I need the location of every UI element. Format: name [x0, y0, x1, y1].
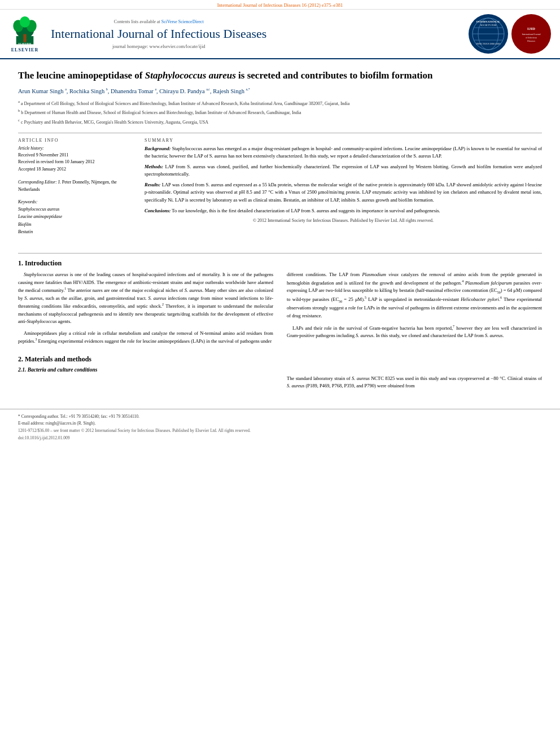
intro-italic-organism: Staphylococcus aureus	[24, 272, 68, 277]
bacteria-title: Bacteria and culture conditions	[28, 367, 98, 373]
elsevier-text: ELSEVIER	[11, 47, 38, 53]
background-text: Staphylococcus aureus has emerged as a m…	[145, 146, 542, 159]
intro-sa-3: S. aureus	[148, 295, 167, 301]
intro-para-3: different conditions. The LAP from Plasm…	[287, 271, 542, 320]
affiliation-b: b b Department of Human Health and Disea…	[18, 108, 542, 116]
summary-background: Background: Staphylococcus aureus has em…	[145, 145, 542, 160]
title-text-after: is secreted and contributes to biofilm f…	[236, 70, 433, 81]
sciverse-link[interactable]: SciVerse ScienceDirect	[161, 19, 204, 24]
intro-pf: Plasmodium falciparum	[465, 279, 512, 285]
intro-pv: Plasmodium vivax	[362, 272, 399, 277]
methods-para-1: The standard laboratory strain of S. aur…	[287, 375, 542, 390]
title-text-before: The leucine aminopeptidase of	[18, 70, 145, 81]
journal-title-block: Contents lists available at SciVerse Sci…	[51, 19, 266, 49]
body-content: 1. Introduction Staphylococcus aureus is…	[0, 259, 560, 403]
authors-line: Arun Kumar Singh a, Rochika Singh b, Dha…	[18, 88, 542, 94]
methods-sa-1: S. aureus	[352, 375, 370, 381]
intro-sa-5: S. aureus	[485, 333, 502, 338]
methods-col-left	[18, 375, 273, 394]
doi-text: doi:10.1016/j.ijid.2012.01.009	[18, 435, 69, 440]
page-wrapper: International Journal of Infectious Dise…	[0, 0, 560, 747]
svg-text:INFECTIOUS DISEASES: INFECTIOUS DISEASES	[476, 42, 500, 45]
journal-name: International Journal of Infectious Dise…	[51, 27, 266, 41]
summary-methods: Methods: LAP from S. aureus was cloned, …	[145, 163, 542, 178]
svg-rect-5	[23, 34, 26, 42]
svg-text:International Journal: International Journal	[522, 33, 541, 36]
svg-text:INTERNATIONAL: INTERNATIONAL	[476, 20, 501, 23]
methods-heading: 2. Materials and methods	[18, 355, 542, 364]
methods-label: Methods:	[145, 164, 163, 169]
affiliation-c: c c Psychiatry and Health Behavior, MCG,…	[18, 117, 542, 126]
elsevier-tree-icon: ELSEVIER	[10, 16, 40, 46]
issn-text: 1201-9712/$36.00 – see front matter © 20…	[18, 428, 251, 433]
divider	[18, 133, 542, 133]
ijid-logo: IJID International Journal of Infectious…	[511, 14, 551, 54]
conclusions-text: To our knowledge, this is the first deta…	[172, 208, 440, 213]
intro-number: 1.	[18, 259, 23, 267]
copyright-line: © 2012 International Society for Infecti…	[145, 218, 542, 223]
bacteria-number: 2.1.	[18, 367, 26, 373]
svg-text:IJID: IJID	[527, 27, 535, 31]
page-footer: * Corresponding author. Tel.: +91 79 305…	[0, 409, 560, 443]
results-label: Results:	[145, 182, 160, 187]
summary-column: SUMMARY Background: Staphylococcus aureu…	[145, 138, 542, 236]
issn-line: 1201-9712/$36.00 – see front matter © 20…	[18, 428, 542, 433]
accepted-date: Accepted 18 January 2012	[18, 166, 131, 173]
intro-heading: 1. Introduction	[18, 259, 542, 268]
intro-sa-2: S. aureus	[24, 295, 42, 301]
svg-text:ELSEVIER: ELSEVIER	[19, 42, 32, 45]
footnote-2: E-mail address: rsingh@iiar.res.in (R. S…	[18, 421, 542, 426]
methods-two-col: The standard laboratory strain of S. aur…	[18, 375, 542, 394]
keyword-2: Leucine aminopeptidase	[18, 213, 131, 221]
keyword-3: Biofilm	[18, 221, 131, 229]
results-text: LAP was cloned from S. aureus and expres…	[145, 182, 542, 202]
methods-number: 2.	[18, 355, 23, 363]
svg-text:of Infectious: of Infectious	[526, 36, 537, 39]
background-label: Background:	[145, 146, 170, 151]
received-revised-date: Received in revised form 10 January 2012	[18, 159, 131, 166]
journal-header-right: INTERNATIONAL SOCIETY FOR INFECTIOUS DIS…	[469, 14, 551, 54]
intro-para-1: Staphylococcus aureus is one of the lead…	[18, 271, 273, 326]
intro-two-col: Staphylococcus aureus is one of the lead…	[18, 271, 542, 350]
journal-homepage: journal homepage: www.elsevier.com/locat…	[112, 43, 205, 49]
keywords-label: Keywords:	[18, 199, 131, 204]
isid-logo: INTERNATIONAL SOCIETY FOR INFECTIOUS DIS…	[469, 14, 508, 54]
affiliation-a: a a Department of Cell Biology, School o…	[18, 99, 542, 107]
title-italic: Staphylococcus aureus	[145, 70, 236, 81]
intro-title: Introduction	[25, 259, 62, 267]
corresponding-editor: Corresponding Editor: J. Peter Donnelly,…	[18, 179, 131, 194]
methods-text: LAP from S. aureus was cloned, purified,…	[145, 164, 542, 177]
methods-sa-2: S. aureus	[287, 383, 304, 388]
keyword-1: Staphylococcus aureus	[18, 206, 131, 213]
intro-sa-1: S. aureus	[185, 287, 203, 293]
content-divider	[18, 253, 542, 254]
journal-header: ELSEVIER ELSEVIER Contents lists availab…	[0, 10, 560, 59]
svg-text:Diseases: Diseases	[527, 40, 535, 42]
summary-conclusions: Conclusions: To our knowledge, this is t…	[145, 207, 542, 215]
svg-point-4	[20, 16, 30, 27]
received-date: Received 9 November 2011	[18, 152, 131, 159]
intro-sa-4: S. aureus	[356, 333, 373, 338]
intro-staph-1: Staphylococcus	[27, 318, 57, 324]
ijid-logo-icon: IJID International Journal of Infectious…	[515, 18, 548, 50]
doi-line: doi:10.1016/j.ijid.2012.01.009	[18, 435, 542, 440]
article-info-summary-section: ARTICLE INFO Article history: Received 9…	[18, 138, 542, 236]
journal-citation-bar: International Journal of Infectious Dise…	[0, 0, 560, 10]
editor-label: Corresponding Editor:	[18, 180, 57, 185]
intro-para-4: LAPs and their role in the survival of G…	[287, 324, 542, 340]
intro-col-right: different conditions. The LAP from Plasm…	[287, 271, 542, 350]
keywords-list: Staphylococcus aureus Leucine aminopepti…	[18, 206, 131, 236]
sciverse-line: Contents lists available at SciVerse Sci…	[114, 19, 204, 24]
svg-text:SOCIETY FOR: SOCIETY FOR	[480, 24, 497, 27]
affiliations-block: a a Department of Cell Biology, School o…	[18, 99, 542, 126]
intro-hp: Helicobacter pylori	[461, 296, 499, 302]
isid-globe-icon: INTERNATIONAL SOCIETY FOR INFECTIOUS DIS…	[472, 18, 505, 50]
article-info-column: ARTICLE INFO Article history: Received 9…	[18, 138, 131, 236]
article-info-label: ARTICLE INFO	[18, 138, 131, 143]
conclusions-label: Conclusions:	[145, 208, 170, 213]
intro-para-2: Aminopeptidases play a critical role in …	[18, 330, 273, 346]
summary-results: Results: LAP was cloned from S. aureus a…	[145, 181, 542, 204]
journal-citation: International Journal of Infectious Dise…	[217, 2, 343, 8]
summary-label: SUMMARY	[145, 138, 542, 143]
journal-header-left: ELSEVIER ELSEVIER Contents lists availab…	[6, 16, 266, 53]
